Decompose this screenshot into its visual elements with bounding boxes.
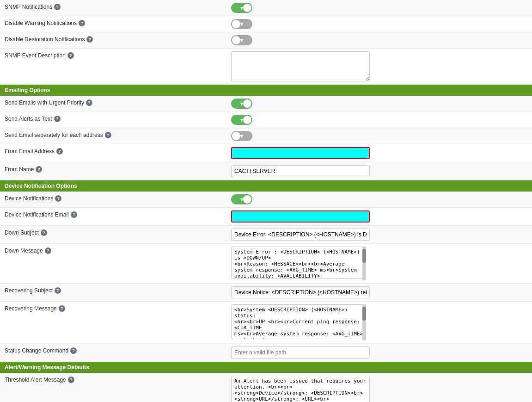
device-notifications-email-value-col xyxy=(231,210,527,223)
status-change-command-input[interactable] xyxy=(231,346,370,359)
down-message-scroll-thumb xyxy=(362,249,366,263)
recovering-message-input[interactable]: <br>System <DESCRIPTION> (<HOSTNAME>) st… xyxy=(231,304,366,339)
send-email-separate-label-col: Send Email separately for each address ? xyxy=(5,131,231,138)
device-notifications-help-icon[interactable]: ? xyxy=(55,195,61,202)
disable-restoration-value-col: ▾ xyxy=(231,35,527,45)
status-change-command-help-icon[interactable]: ? xyxy=(70,347,77,354)
device-notifications-email-help-icon[interactable]: ? xyxy=(71,211,77,218)
snmp-notifications-label: SNMP Notifications xyxy=(5,4,52,10)
recovering-message-label-col: Recovering Message ? xyxy=(5,304,231,312)
recovering-subject-label: Recovering Subject xyxy=(5,287,53,294)
disable-warning-label-col: Disable Warning Notifications ? xyxy=(5,19,231,26)
device-notifications-email-row: Device Notifications Email ? xyxy=(0,208,532,226)
disable-warning-help-icon[interactable]: ? xyxy=(79,20,85,26)
from-name-help-icon[interactable]: ? xyxy=(36,166,42,173)
snmp-event-desc-value-col xyxy=(231,51,527,81)
disable-warning-row: Disable Warning Notifications ? ▾ xyxy=(0,16,532,32)
from-email-input[interactable] xyxy=(231,147,370,159)
threshold-alert-message-label-col: Threshold Alert Message ? xyxy=(5,376,231,383)
from-name-input[interactable] xyxy=(231,165,370,177)
recovering-message-wrapper: <br>System <DESCRIPTION> (<HOSTNAME>) st… xyxy=(231,304,366,340)
status-change-command-label: Status Change Command xyxy=(5,347,68,354)
status-change-command-row: Status Change Command ? xyxy=(0,344,532,362)
snmp-event-desc-label-col: SNMP Event Description ? xyxy=(5,51,231,59)
snmp-notifications-label-col: SNMP Notifications ? xyxy=(5,3,231,10)
down-subject-help-icon[interactable]: ? xyxy=(41,229,47,236)
from-name-value-col xyxy=(231,165,527,177)
send-email-separate-toggle[interactable]: ▾ xyxy=(231,131,252,141)
from-email-value-col xyxy=(231,147,527,159)
device-notifications-row: Device Notifications ? ▾ xyxy=(0,192,532,208)
send-email-separate-row: Send Email separately for each address ?… xyxy=(0,128,532,144)
disable-restoration-row: Disable Restoration Notifications ? ▾ xyxy=(0,32,532,49)
from-name-row: From Name ? xyxy=(0,162,532,180)
snmp-event-desc-label: SNMP Event Description xyxy=(5,52,66,59)
down-subject-value-col xyxy=(231,229,527,241)
device-notifications-knob xyxy=(243,195,251,204)
down-subject-label-col: Down Subject ? xyxy=(5,229,231,236)
disable-warning-toggle[interactable]: ▾ xyxy=(231,19,252,29)
send-alerts-text-toggle[interactable]: ▾ xyxy=(231,115,252,125)
snmp-event-desc-row: SNMP Event Description ? xyxy=(0,49,532,85)
snmp-notifications-help-icon[interactable]: ? xyxy=(54,4,61,10)
snmp-notifications-value-col: ▾ xyxy=(231,3,527,13)
alert-warning-header: Alert/Warning Message Defaults xyxy=(0,362,532,373)
recovering-subject-input[interactable] xyxy=(231,286,370,298)
recovering-message-scrollbar[interactable] xyxy=(362,304,366,340)
down-message-value-col: System Error : <DESCRIPTION> (<HOSTNAME>… xyxy=(231,247,527,280)
snmp-event-desc-input[interactable] xyxy=(231,51,370,81)
disable-restoration-help-icon[interactable]: ? xyxy=(86,36,93,43)
from-email-label: From Email Address xyxy=(5,148,55,155)
recovering-message-row: Recovering Message ? <br>System <DESCRIP… xyxy=(0,302,532,344)
send-emails-urgent-help-icon[interactable]: ? xyxy=(86,99,92,106)
send-emails-urgent-value-col: ▾ xyxy=(231,99,527,109)
emailing-options-title: Emailing Options xyxy=(5,87,50,93)
down-message-label-col: Down Message ? xyxy=(5,247,231,254)
device-notifications-email-input[interactable] xyxy=(231,210,370,223)
send-email-separate-knob xyxy=(232,132,240,140)
send-alerts-text-knob xyxy=(243,116,251,124)
disable-warning-arrow: ▾ xyxy=(240,21,243,27)
top-section: SNMP Notifications ? ▾ Disable Warning N… xyxy=(0,0,532,85)
disable-restoration-arrow: ▾ xyxy=(240,37,243,43)
send-emails-urgent-label: Send Emails with Urgent Priority xyxy=(5,99,84,106)
recovering-message-help-icon[interactable]: ? xyxy=(59,305,65,312)
device-notifications-email-label: Device Notifications Email xyxy=(5,211,69,218)
snmp-notifications-toggle[interactable]: ▾ xyxy=(231,3,252,13)
snmp-notifications-row: SNMP Notifications ? ▾ xyxy=(0,0,532,16)
down-subject-input[interactable] xyxy=(231,229,370,241)
send-emails-urgent-row: Send Emails with Urgent Priority ? ▾ xyxy=(0,96,532,112)
disable-restoration-toggle[interactable]: ▾ xyxy=(231,35,252,45)
device-notifications-toggle[interactable]: ▾ xyxy=(231,194,252,204)
recovering-subject-help-icon[interactable]: ? xyxy=(55,287,61,294)
down-subject-row: Down Subject ? xyxy=(0,226,532,244)
send-email-separate-help-icon[interactable]: ? xyxy=(105,132,111,138)
send-emails-urgent-arrow: ▾ xyxy=(240,101,243,107)
threshold-alert-message-help-icon[interactable]: ? xyxy=(68,377,74,383)
threshold-alert-message-value-col: An Alert has been issued that requires y… xyxy=(231,376,527,402)
down-message-input[interactable]: System Error : <DESCRIPTION> (<HOSTNAME>… xyxy=(231,247,366,279)
down-message-scrollbar[interactable] xyxy=(362,247,366,280)
send-alerts-text-label-col: Send Alerts as Text ? xyxy=(5,115,231,122)
alert-warning-title: Alert/Warning Message Defaults xyxy=(5,364,89,371)
threshold-alert-message-input[interactable]: An Alert has been issued that requires y… xyxy=(231,376,370,402)
down-message-row: Down Message ? System Error : <DESCRIPTI… xyxy=(0,244,532,284)
snmp-event-desc-help-icon[interactable]: ? xyxy=(67,52,74,59)
device-notification-title: Device Notification Options xyxy=(5,183,77,189)
down-message-label: Down Message xyxy=(5,247,43,254)
disable-restoration-label-col: Disable Restoration Notifications ? xyxy=(5,35,231,43)
down-message-help-icon[interactable]: ? xyxy=(45,247,51,254)
send-emails-urgent-toggle[interactable]: ▾ xyxy=(231,99,252,109)
from-name-label-col: From Name ? xyxy=(5,165,231,173)
device-notifications-value-col: ▾ xyxy=(231,194,527,204)
content-area: SNMP Notifications ? ▾ Disable Warning N… xyxy=(0,0,532,402)
status-change-command-value-col xyxy=(231,346,527,359)
from-email-help-icon[interactable]: ? xyxy=(56,148,63,155)
device-notification-header: Device Notification Options xyxy=(0,180,532,192)
disable-warning-knob xyxy=(232,20,240,28)
recovering-message-label: Recovering Message xyxy=(5,305,57,312)
send-email-separate-arrow: ▾ xyxy=(240,133,243,139)
status-change-command-label-col: Status Change Command ? xyxy=(5,346,231,354)
device-notifications-arrow: ▾ xyxy=(240,197,243,203)
send-alerts-text-help-icon[interactable]: ? xyxy=(54,116,61,122)
